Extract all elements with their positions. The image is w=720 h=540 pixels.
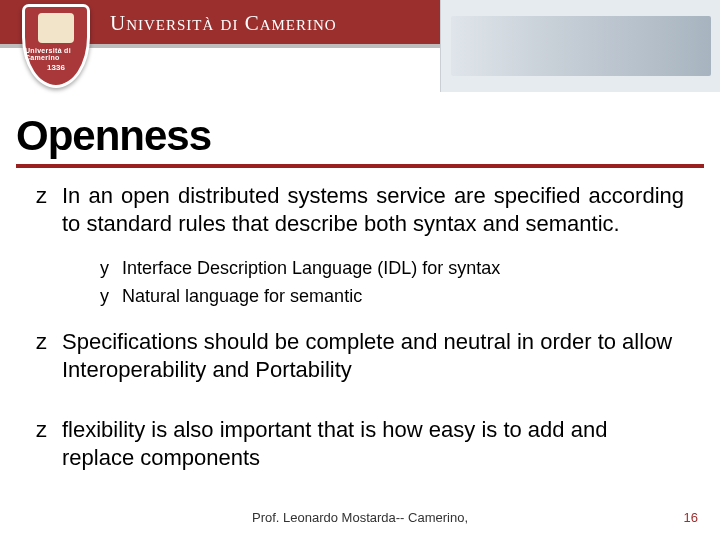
shield-year: 1336 — [47, 63, 65, 72]
title-underline — [16, 164, 704, 168]
header-banner: Università di Camerino 1336 Università d… — [0, 0, 720, 92]
slide-body: z In an open distributed systems service… — [36, 182, 684, 490]
sub-bullet-list: y Interface Description Language (IDL) f… — [100, 256, 684, 308]
footer-page-number: 16 — [684, 510, 698, 525]
spacer — [36, 402, 684, 416]
slide: Università di Camerino 1336 Università d… — [0, 0, 720, 540]
bullet-z1: z In an open distributed systems service… — [36, 182, 684, 238]
bullet-marker-y: y — [100, 256, 122, 280]
bullet-text: In an open distributed systems service a… — [62, 182, 684, 238]
banner-photo — [440, 0, 720, 92]
footer: Prof. Leonardo Mostarda-- Camerino, 16 — [0, 510, 720, 530]
slide-title: Openness — [16, 112, 211, 160]
photo-placeholder — [451, 16, 711, 76]
footer-author: Prof. Leonardo Mostarda-- Camerino, — [0, 510, 720, 525]
bullet-z3: z flexibility is also important that is … — [36, 416, 684, 472]
bullet-text: Natural language for semantic — [122, 284, 684, 308]
bullet-z2: z Specifications should be complete and … — [36, 328, 684, 384]
bullet-text: Interface Description Language (IDL) for… — [122, 256, 684, 280]
bullet-y1: y Interface Description Language (IDL) f… — [100, 256, 684, 280]
bullet-marker-z: z — [36, 416, 62, 472]
shield-crest-icon — [38, 13, 74, 43]
university-name: Università di Camerino — [110, 11, 337, 36]
bullet-y2: y Natural language for semantic — [100, 284, 684, 308]
bullet-text: flexibility is also important that is ho… — [62, 416, 684, 472]
bullet-marker-z: z — [36, 182, 62, 238]
bullet-marker-y: y — [100, 284, 122, 308]
bullet-text: Specifications should be complete and ne… — [62, 328, 684, 384]
shield-label: Università di Camerino — [25, 47, 87, 61]
bullet-marker-z: z — [36, 328, 62, 384]
university-shield-logo: Università di Camerino 1336 — [22, 4, 90, 88]
